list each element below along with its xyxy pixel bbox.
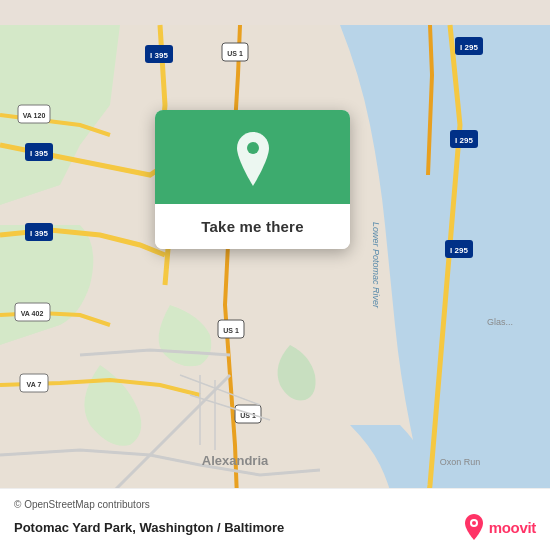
svg-text:Glas...: Glas...: [487, 317, 513, 327]
svg-text:Oxon Run: Oxon Run: [440, 457, 481, 467]
svg-text:I 295: I 295: [460, 43, 478, 52]
svg-text:I 395: I 395: [30, 149, 48, 158]
moovit-logo: moovit: [463, 514, 536, 540]
bottom-bar: © OpenStreetMap contributors Potomac Yar…: [0, 488, 550, 550]
popup-header: [155, 110, 350, 204]
map-container: I 395 US 1 I 395 VA 120 I 395 VA 402 VA …: [0, 0, 550, 550]
moovit-icon: [463, 514, 485, 540]
svg-text:VA 402: VA 402: [21, 310, 44, 317]
location-pin-icon: [231, 132, 275, 186]
svg-text:VA 120: VA 120: [23, 112, 46, 119]
moovit-brand-text: moovit: [489, 519, 536, 536]
svg-text:I 395: I 395: [150, 51, 168, 60]
svg-text:I 295: I 295: [450, 246, 468, 255]
take-me-there-button[interactable]: Take me there: [155, 204, 350, 249]
bottom-info-row: Potomac Yard Park, Washington / Baltimor…: [14, 514, 536, 540]
location-popup: Take me there: [155, 110, 350, 249]
svg-text:I 295: I 295: [455, 136, 473, 145]
svg-text:VA 7: VA 7: [27, 381, 42, 388]
svg-text:US 1: US 1: [227, 50, 243, 57]
svg-text:Lower Potomac River: Lower Potomac River: [371, 222, 381, 309]
place-info: Potomac Yard Park, Washington / Baltimor…: [14, 520, 284, 535]
map-background: I 395 US 1 I 395 VA 120 I 395 VA 402 VA …: [0, 0, 550, 550]
svg-text:I 395: I 395: [30, 229, 48, 238]
svg-point-35: [472, 521, 476, 525]
attribution: © OpenStreetMap contributors: [14, 499, 536, 510]
svg-point-33: [247, 142, 259, 154]
svg-text:US 1: US 1: [223, 327, 239, 334]
svg-text:Alexandria: Alexandria: [202, 453, 269, 468]
